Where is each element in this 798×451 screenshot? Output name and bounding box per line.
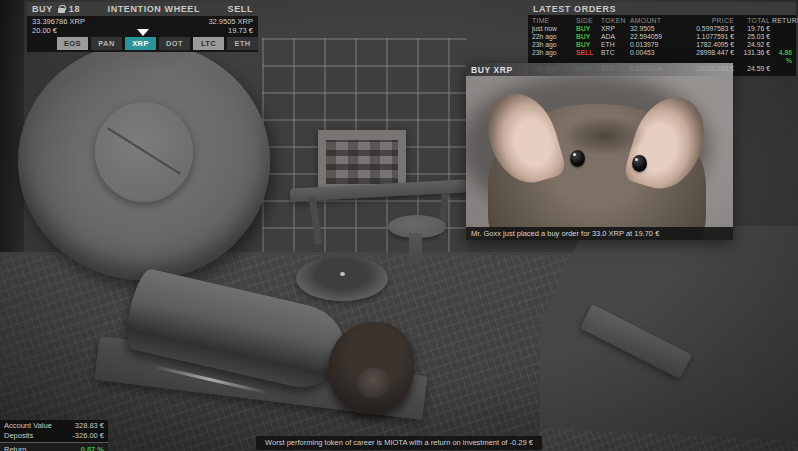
sell-price: 19.73 €: [208, 27, 253, 36]
account-value: 328.83 €: [75, 421, 104, 430]
order-price: 1782.4095 €: [680, 41, 734, 49]
hamster-eye-left: [570, 150, 585, 167]
order-return: [772, 33, 792, 41]
order-total: 19.76 €: [736, 25, 770, 33]
order-time: 22h ago: [532, 33, 574, 41]
latest-orders-title: LATEST ORDERS: [533, 4, 616, 14]
hamster-closeup-photo: Mr. Goxx just placed a buy order for 33.…: [466, 76, 733, 240]
panel-title: INTENTION WHEEL: [108, 4, 201, 14]
lock-count: 18: [69, 4, 80, 14]
order-amount: 22.594059: [630, 33, 678, 41]
account-panel: Account Value 328.83 € Deposits -326.00 …: [0, 420, 108, 451]
popup-title: BUY XRP: [471, 65, 513, 75]
order-row: 22h ago BUY ADA 22.594059 1.1077591 € 25…: [532, 33, 792, 41]
buy-order-popup: BUY XRP Mr. Goxx just placed a buy order…: [466, 63, 733, 240]
intention-wheel-header: BUY 18 INTENTION WHEEL SELL: [27, 2, 258, 16]
intention-wheel-panel: BUY 18 INTENTION WHEEL SELL 33.396786 XR…: [27, 2, 258, 52]
order-return: [772, 25, 792, 33]
order-time: 23h ago: [532, 41, 574, 49]
order-token: XRP: [601, 25, 628, 33]
order-total: 24.92 €: [736, 41, 770, 49]
order-caption: Mr. Goxx just placed a buy order for 33.…: [466, 227, 733, 240]
order-price: 0.5997583 €: [680, 25, 734, 33]
deposits-label: Deposits: [4, 431, 33, 440]
return-value: 0.87 %: [81, 445, 104, 451]
account-value-label: Account Value: [4, 421, 52, 430]
buy-price: 20.00 €: [32, 27, 85, 36]
order-row: 23h ago BUY ETH 0.013979 1782.4095 € 24.…: [532, 41, 792, 49]
order-return: 4.86 %: [772, 49, 792, 65]
buy-quote: 33.396786 XRP 20.00 €: [32, 18, 85, 34]
order-amount: 32.9505: [630, 25, 678, 33]
livestream-frame: BUY 18 INTENTION WHEEL SELL 33.396786 XR…: [0, 0, 798, 451]
deposits-value: -326.00 €: [72, 431, 104, 440]
order-return: [772, 41, 792, 49]
order-total: 25.03 €: [736, 33, 770, 41]
order-return: [772, 65, 792, 73]
sell-label: SELL: [228, 4, 253, 14]
order-side: BUY: [576, 41, 599, 49]
order-time: just now: [532, 25, 574, 33]
tab-pan[interactable]: PAN: [91, 37, 122, 50]
sell-quote: 32.9505 XRP 19.73 €: [208, 18, 253, 34]
tab-xrp[interactable]: XRP: [125, 37, 156, 50]
col-amount: AMOUNT: [630, 17, 678, 25]
lock-icon: [58, 8, 65, 13]
selected-token-pointer-icon: [137, 29, 149, 36]
return-label: Return: [4, 445, 27, 451]
col-token: TOKEN: [601, 17, 628, 25]
tab-eos[interactable]: EOS: [57, 37, 88, 50]
token-tabs: EOS PAN XRP DOT LTC ETH: [27, 35, 258, 52]
order-total: 131.36 €: [736, 49, 770, 65]
popup-header: BUY XRP: [466, 63, 733, 76]
tab-dot[interactable]: DOT: [159, 37, 190, 50]
order-token: ETH: [601, 41, 628, 49]
return-row: Return 0.87 %: [0, 442, 108, 451]
stats-ticker: Worst performing token of career is MIOT…: [256, 436, 542, 450]
col-side: SIDE: [576, 17, 599, 25]
hamster-eye-right: [632, 155, 647, 172]
order-row: just now BUY XRP 32.9505 0.5997583 € 19.…: [532, 25, 792, 33]
buy-side-header: BUY 18: [32, 4, 80, 14]
tab-eth[interactable]: ETH: [227, 37, 258, 50]
col-return: RETURN: [772, 17, 798, 25]
latest-orders-header: LATEST ORDERS: [528, 2, 796, 15]
order-amount: 0.013979: [630, 41, 678, 49]
tab-ltc[interactable]: LTC: [193, 37, 224, 50]
order-side: BUY: [576, 25, 599, 33]
col-price: PRICE: [680, 17, 734, 25]
col-total: TOTAL: [736, 17, 770, 25]
order-token: ADA: [601, 33, 628, 41]
col-time: TIME: [532, 17, 574, 25]
deposits-row: Deposits -326.00 €: [0, 430, 108, 440]
order-total: 24.59 €: [736, 65, 770, 73]
buy-label: BUY: [32, 4, 53, 14]
account-value-row: Account Value 328.83 €: [0, 420, 108, 430]
order-price: 1.1077591 €: [680, 33, 734, 41]
order-side: BUY: [576, 33, 599, 41]
orders-column-headers: TIME SIDE TOKEN AMOUNT PRICE TOTAL RETUR…: [532, 17, 792, 25]
